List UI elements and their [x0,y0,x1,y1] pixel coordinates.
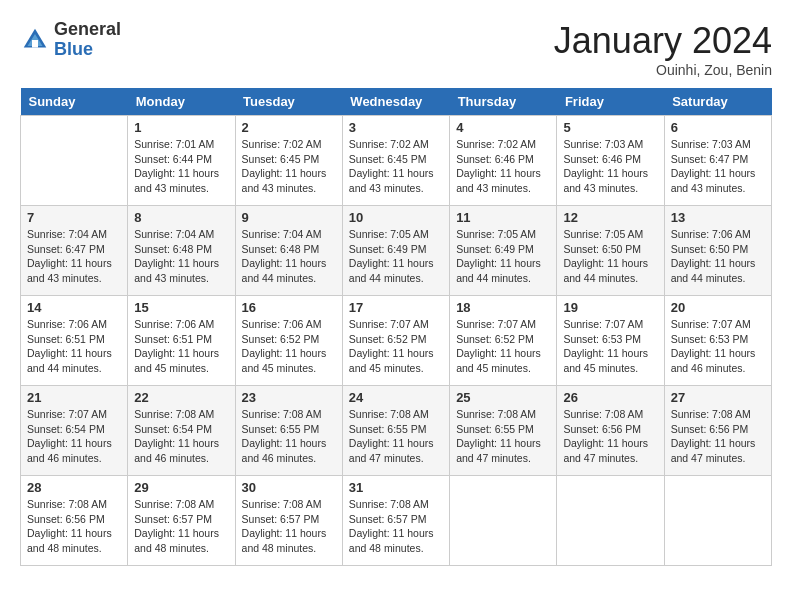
day-number: 9 [242,210,336,225]
day-number: 12 [563,210,657,225]
calendar-cell [21,116,128,206]
day-number: 7 [27,210,121,225]
day-info: Sunrise: 7:04 AMSunset: 6:47 PMDaylight:… [27,227,121,286]
day-info: Sunrise: 7:08 AMSunset: 6:56 PMDaylight:… [27,497,121,556]
day-number: 10 [349,210,443,225]
day-number: 31 [349,480,443,495]
day-number: 18 [456,300,550,315]
calendar-cell: 2Sunrise: 7:02 AMSunset: 6:45 PMDaylight… [235,116,342,206]
day-number: 17 [349,300,443,315]
day-info: Sunrise: 7:08 AMSunset: 6:55 PMDaylight:… [349,407,443,466]
day-number: 22 [134,390,228,405]
day-number: 30 [242,480,336,495]
calendar-cell [450,476,557,566]
calendar-cell: 22Sunrise: 7:08 AMSunset: 6:54 PMDayligh… [128,386,235,476]
calendar-week-row: 28Sunrise: 7:08 AMSunset: 6:56 PMDayligh… [21,476,772,566]
calendar-cell: 14Sunrise: 7:06 AMSunset: 6:51 PMDayligh… [21,296,128,386]
calendar-cell: 11Sunrise: 7:05 AMSunset: 6:49 PMDayligh… [450,206,557,296]
calendar-week-row: 1Sunrise: 7:01 AMSunset: 6:44 PMDaylight… [21,116,772,206]
day-info: Sunrise: 7:07 AMSunset: 6:53 PMDaylight:… [671,317,765,376]
day-number: 25 [456,390,550,405]
weekday-header-sunday: Sunday [21,88,128,116]
day-info: Sunrise: 7:05 AMSunset: 6:49 PMDaylight:… [349,227,443,286]
calendar-cell: 19Sunrise: 7:07 AMSunset: 6:53 PMDayligh… [557,296,664,386]
calendar-cell: 27Sunrise: 7:08 AMSunset: 6:56 PMDayligh… [664,386,771,476]
day-info: Sunrise: 7:06 AMSunset: 6:51 PMDaylight:… [27,317,121,376]
day-number: 2 [242,120,336,135]
calendar-cell: 26Sunrise: 7:08 AMSunset: 6:56 PMDayligh… [557,386,664,476]
calendar-cell: 28Sunrise: 7:08 AMSunset: 6:56 PMDayligh… [21,476,128,566]
day-info: Sunrise: 7:06 AMSunset: 6:52 PMDaylight:… [242,317,336,376]
weekday-header-saturday: Saturday [664,88,771,116]
day-info: Sunrise: 7:07 AMSunset: 6:52 PMDaylight:… [349,317,443,376]
weekday-header-thursday: Thursday [450,88,557,116]
calendar-cell: 8Sunrise: 7:04 AMSunset: 6:48 PMDaylight… [128,206,235,296]
day-info: Sunrise: 7:07 AMSunset: 6:54 PMDaylight:… [27,407,121,466]
calendar-cell: 20Sunrise: 7:07 AMSunset: 6:53 PMDayligh… [664,296,771,386]
logo-icon [20,25,50,55]
day-number: 27 [671,390,765,405]
day-info: Sunrise: 7:08 AMSunset: 6:56 PMDaylight:… [671,407,765,466]
day-info: Sunrise: 7:08 AMSunset: 6:57 PMDaylight:… [349,497,443,556]
calendar-cell: 21Sunrise: 7:07 AMSunset: 6:54 PMDayligh… [21,386,128,476]
calendar-cell: 1Sunrise: 7:01 AMSunset: 6:44 PMDaylight… [128,116,235,206]
day-number: 5 [563,120,657,135]
location: Ouinhi, Zou, Benin [554,62,772,78]
day-info: Sunrise: 7:02 AMSunset: 6:46 PMDaylight:… [456,137,550,196]
day-number: 26 [563,390,657,405]
calendar-cell: 30Sunrise: 7:08 AMSunset: 6:57 PMDayligh… [235,476,342,566]
calendar-cell: 6Sunrise: 7:03 AMSunset: 6:47 PMDaylight… [664,116,771,206]
logo: General Blue [20,20,121,60]
weekday-header-tuesday: Tuesday [235,88,342,116]
day-info: Sunrise: 7:04 AMSunset: 6:48 PMDaylight:… [134,227,228,286]
day-info: Sunrise: 7:08 AMSunset: 6:56 PMDaylight:… [563,407,657,466]
calendar-cell: 9Sunrise: 7:04 AMSunset: 6:48 PMDaylight… [235,206,342,296]
calendar-cell: 10Sunrise: 7:05 AMSunset: 6:49 PMDayligh… [342,206,449,296]
weekday-header-wednesday: Wednesday [342,88,449,116]
day-number: 6 [671,120,765,135]
calendar-cell: 15Sunrise: 7:06 AMSunset: 6:51 PMDayligh… [128,296,235,386]
calendar-cell: 4Sunrise: 7:02 AMSunset: 6:46 PMDaylight… [450,116,557,206]
day-info: Sunrise: 7:08 AMSunset: 6:55 PMDaylight:… [242,407,336,466]
day-info: Sunrise: 7:02 AMSunset: 6:45 PMDaylight:… [349,137,443,196]
weekday-header-friday: Friday [557,88,664,116]
day-number: 23 [242,390,336,405]
day-info: Sunrise: 7:05 AMSunset: 6:50 PMDaylight:… [563,227,657,286]
day-number: 19 [563,300,657,315]
day-info: Sunrise: 7:08 AMSunset: 6:57 PMDaylight:… [134,497,228,556]
day-number: 16 [242,300,336,315]
day-info: Sunrise: 7:08 AMSunset: 6:54 PMDaylight:… [134,407,228,466]
day-info: Sunrise: 7:06 AMSunset: 6:51 PMDaylight:… [134,317,228,376]
day-number: 11 [456,210,550,225]
logo-blue-text: Blue [54,40,121,60]
page-header: General Blue January 2024 Ouinhi, Zou, B… [20,20,772,78]
calendar-cell: 18Sunrise: 7:07 AMSunset: 6:52 PMDayligh… [450,296,557,386]
logo-general-text: General [54,20,121,40]
day-number: 15 [134,300,228,315]
day-number: 4 [456,120,550,135]
day-info: Sunrise: 7:08 AMSunset: 6:57 PMDaylight:… [242,497,336,556]
calendar-cell: 24Sunrise: 7:08 AMSunset: 6:55 PMDayligh… [342,386,449,476]
day-info: Sunrise: 7:08 AMSunset: 6:55 PMDaylight:… [456,407,550,466]
day-number: 21 [27,390,121,405]
day-info: Sunrise: 7:07 AMSunset: 6:52 PMDaylight:… [456,317,550,376]
title-block: January 2024 Ouinhi, Zou, Benin [554,20,772,78]
day-info: Sunrise: 7:05 AMSunset: 6:49 PMDaylight:… [456,227,550,286]
calendar-week-row: 21Sunrise: 7:07 AMSunset: 6:54 PMDayligh… [21,386,772,476]
day-number: 3 [349,120,443,135]
day-info: Sunrise: 7:03 AMSunset: 6:47 PMDaylight:… [671,137,765,196]
day-info: Sunrise: 7:06 AMSunset: 6:50 PMDaylight:… [671,227,765,286]
calendar-week-row: 7Sunrise: 7:04 AMSunset: 6:47 PMDaylight… [21,206,772,296]
calendar-cell: 5Sunrise: 7:03 AMSunset: 6:46 PMDaylight… [557,116,664,206]
day-info: Sunrise: 7:01 AMSunset: 6:44 PMDaylight:… [134,137,228,196]
calendar-cell: 3Sunrise: 7:02 AMSunset: 6:45 PMDaylight… [342,116,449,206]
calendar-cell: 16Sunrise: 7:06 AMSunset: 6:52 PMDayligh… [235,296,342,386]
day-number: 13 [671,210,765,225]
calendar-cell: 7Sunrise: 7:04 AMSunset: 6:47 PMDaylight… [21,206,128,296]
day-number: 24 [349,390,443,405]
day-number: 28 [27,480,121,495]
day-info: Sunrise: 7:03 AMSunset: 6:46 PMDaylight:… [563,137,657,196]
day-number: 29 [134,480,228,495]
day-number: 20 [671,300,765,315]
day-number: 8 [134,210,228,225]
